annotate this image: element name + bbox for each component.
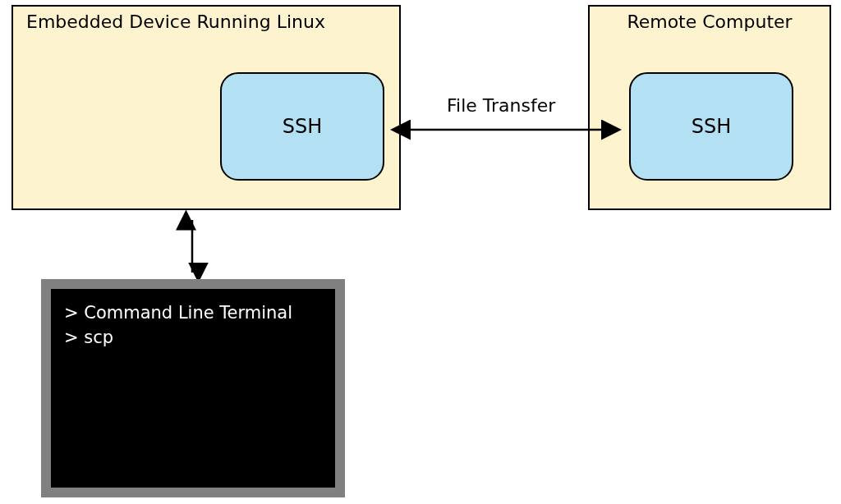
ssh-box-remote: SSH <box>629 72 793 181</box>
ssh-box-embedded: SSH <box>220 72 384 181</box>
terminal-screen: > Command Line Terminal > scp <box>51 289 335 488</box>
device-terminal-arrow <box>184 212 200 281</box>
file-transfer-arrow <box>384 121 627 138</box>
embedded-device-title: Embedded Device Running Linux <box>26 11 325 32</box>
remote-computer-box: Remote Computer SSH <box>588 5 831 210</box>
file-transfer-label: File Transfer <box>447 95 555 116</box>
ssh-label-embedded: SSH <box>283 115 323 138</box>
ssh-label-remote: SSH <box>692 115 732 138</box>
terminal-line-2: > scp <box>64 325 322 350</box>
terminal-box: > Command Line Terminal > scp <box>41 279 345 497</box>
remote-computer-title: Remote Computer <box>627 11 792 32</box>
terminal-line-1: > Command Line Terminal <box>64 300 322 325</box>
embedded-device-box: Embedded Device Running Linux SSH <box>11 5 401 210</box>
